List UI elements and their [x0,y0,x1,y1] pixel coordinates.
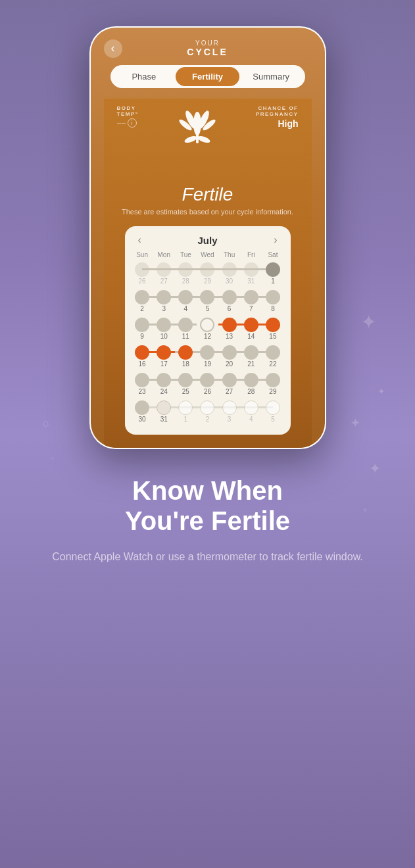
svg-point-14 [197,135,211,144]
bottom-title: Know WhenYou're Fertile [52,475,363,536]
phone-frame: YOUR CYCLE Phase Fertility Summary BODY … [89,26,326,449]
body-temp-stat: BODY TEMP° - - - - i [117,105,139,128]
svg-point-13 [183,135,198,144]
calendar: ‹ July › Sun Mon Tue Wed Thu Fri Sat [125,226,291,435]
svg-text:✦: ✦ [378,386,385,397]
calendar-month: July [197,235,217,246]
tab-phase[interactable]: Phase [112,67,176,86]
svg-text:✦: ✦ [350,416,361,430]
week-row-5: 23 24 25 26 27 28 29 [132,372,284,397]
calendar-day-names: Sun Mon Tue Wed Thu Fri Sat [132,251,284,258]
pregnancy-stat: CHANCE OF PREGNANCY High [256,105,299,129]
week-row-1: 26 27 28 29 30 31 1 [132,261,284,286]
calendar-header: ‹ July › [132,234,284,246]
fertile-subtitle: These are estimates based on your cycle … [117,208,299,216]
svg-text:✦: ✦ [360,311,377,333]
fertile-title: Fertile [117,184,299,205]
week-row-4: 16 17 18 19 20 21 22 [132,344,284,369]
info-icon[interactable]: i [128,118,137,128]
back-button[interactable] [104,39,122,58]
week-row-2: 2 3 4 5 6 7 8 [132,289,284,314]
svg-text:○: ○ [43,417,50,430]
tab-fertility[interactable]: Fertility [176,67,239,86]
calendar-next[interactable]: › [270,234,281,246]
bottom-section: Know WhenYou're Fertile Connect Apple Wa… [26,449,389,565]
flower-icon [178,105,217,148]
app-title: YOUR CYCLE [187,39,228,57]
calendar-prev[interactable]: ‹ [134,234,145,246]
week-row-3: 9 10 11 12 13 14 15 [132,316,284,341]
bottom-subtitle: Connect Apple Watch or use a thermometer… [52,549,363,565]
tab-summary[interactable]: Summary [239,67,303,86]
segment-tabs: Phase Fertility Summary [110,65,305,88]
week-row-6: 30 31 1 2 3 4 5 [132,399,284,424]
fertile-section: BODY TEMP° - - - - i [104,99,312,448]
